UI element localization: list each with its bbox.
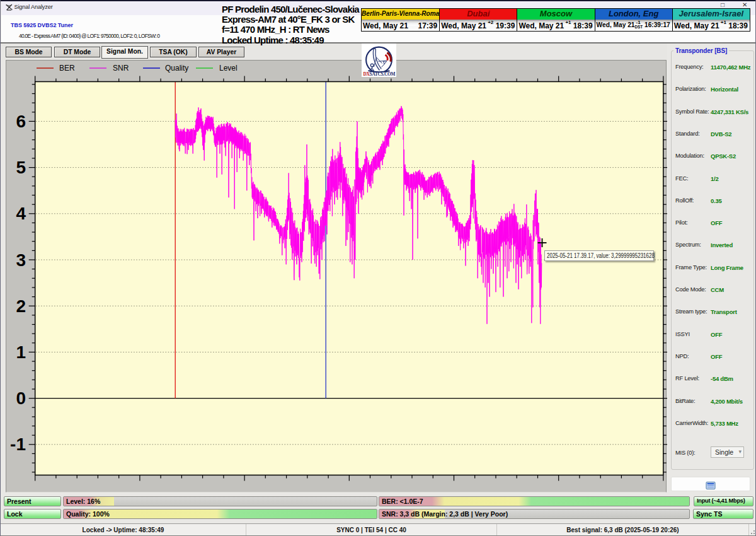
svg-text:3: 3 (16, 250, 26, 270)
svg-text:4: 4 (16, 204, 26, 223)
svg-text:1: 1 (16, 342, 26, 362)
svg-text:6: 6 (16, 112, 26, 131)
svg-text:-1: -1 (10, 434, 26, 454)
svg-text:DXSATCS.COM: DXSATCS.COM (364, 71, 396, 77)
svg-text:5: 5 (16, 158, 26, 177)
svg-text:0: 0 (16, 388, 26, 408)
svg-text:2: 2 (16, 296, 26, 316)
